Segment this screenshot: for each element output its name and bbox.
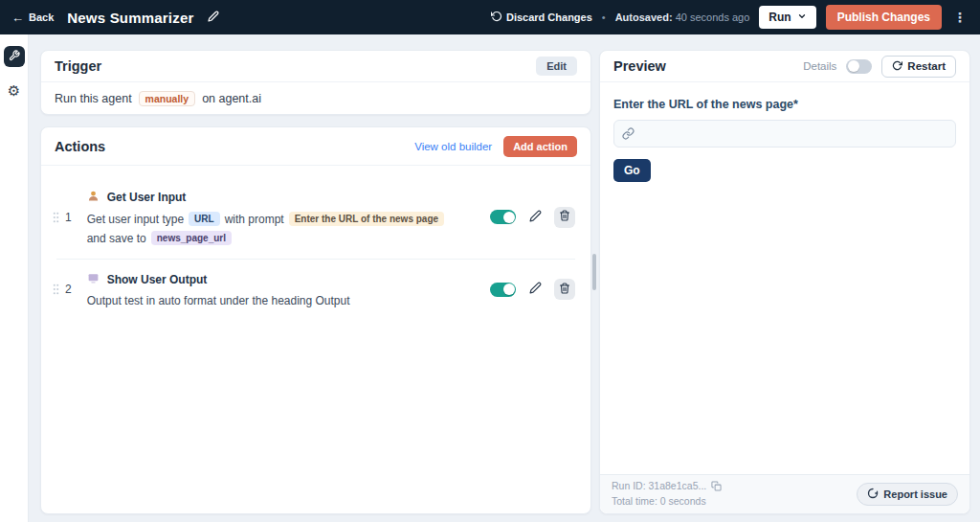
action-description: Output test in auto format under the hea…: [87, 294, 490, 307]
action-rows: 1 Get User Input Get user input type URL…: [41, 166, 590, 321]
url-field-label: Enter the URL of the news page*: [613, 98, 956, 111]
action-content: Get User Input Get user input type URL w…: [87, 189, 490, 245]
view-old-builder-link[interactable]: View old builder: [414, 141, 492, 152]
actions-title: Actions: [55, 139, 105, 154]
edit-action-button[interactable]: [524, 279, 546, 300]
back-button[interactable]: ← Back: [11, 11, 54, 24]
edit-action-button[interactable]: [524, 207, 546, 228]
trash-icon: [559, 283, 570, 297]
details-label: Details: [803, 60, 836, 72]
rename-agent-button[interactable]: [208, 11, 219, 25]
pencil-icon: [529, 282, 542, 297]
restart-label: Restart: [907, 60, 946, 72]
trigger-card: Trigger Edit Run this agent manually on …: [40, 50, 591, 115]
topbar: ← Back News Summarizer Discard Changes •…: [0, 0, 980, 34]
details-toggle[interactable]: [846, 59, 872, 74]
input-type-chip: URL: [189, 212, 220, 226]
builder-tab-button[interactable]: [4, 46, 25, 67]
action-row-show-user-output[interactable]: 2 Show User Output Output test in auto f…: [41, 260, 590, 321]
desc-text: Output test in auto format under the hea…: [87, 294, 350, 307]
autosaved-time: 40 seconds ago: [676, 11, 750, 23]
report-issue-button[interactable]: Report issue: [857, 483, 958, 506]
news-url-input[interactable]: [613, 120, 956, 148]
action-row-get-user-input[interactable]: 1 Get User Input Get user input type URL…: [41, 177, 590, 259]
back-arrow-icon: ←: [11, 11, 24, 24]
trigger-description: Run this agent manually on agent.ai: [41, 82, 590, 115]
preview-panel: Preview Details Restart Enter the URL of…: [599, 50, 970, 514]
variable-chip: news_page_url: [151, 231, 232, 245]
preview-header-controls: Details Restart: [803, 56, 956, 78]
action-content: Show User Output Output test in auto for…: [87, 271, 490, 307]
run-metadata: Run ID: 31a8e1ca5... Total time: 0 secon…: [612, 479, 722, 510]
autosaved-status: Autosaved: 40 seconds ago: [615, 11, 750, 23]
delete-action-button[interactable]: [554, 279, 575, 300]
total-time-text: Total time: 0 seconds: [612, 494, 722, 510]
action-title: Show User Output: [107, 273, 208, 286]
prompt-chip: Enter the URL of the news page: [289, 212, 444, 226]
settings-tab-button[interactable]: ⚙: [4, 80, 25, 102]
run-id-text: Run ID: 31a8e1ca5...: [612, 479, 706, 494]
discard-changes-button[interactable]: Discard Changes: [491, 11, 592, 24]
trigger-title: Trigger: [55, 58, 101, 74]
user-output-icon: [87, 271, 100, 288]
trigger-card-header: Trigger Edit: [41, 51, 590, 82]
wrench-icon: [9, 50, 20, 64]
separator-dot: •: [602, 11, 606, 23]
toggle-knob: [848, 60, 859, 72]
action-index: 2: [65, 283, 72, 296]
desc-text: and save to: [87, 232, 146, 245]
edit-trigger-button[interactable]: Edit: [536, 57, 577, 76]
url-input-wrap: [613, 120, 956, 148]
row-grip: 1: [53, 211, 72, 224]
desc-text: with prompt: [225, 213, 284, 226]
toggle-knob: [503, 212, 515, 223]
action-title-line: Show User Output: [87, 271, 490, 288]
actions-header-controls: View old builder Add action: [414, 136, 577, 157]
preview-body: Enter the URL of the news page* Go: [600, 82, 969, 474]
go-button[interactable]: Go: [613, 159, 651, 182]
gear-icon: ⚙: [8, 84, 20, 99]
topbar-right: Discard Changes • Autosaved: 40 seconds …: [491, 5, 969, 30]
drag-handle-icon[interactable]: [53, 284, 59, 295]
more-options-button[interactable]: ⋮: [951, 10, 969, 25]
pencil-icon: [529, 210, 542, 225]
lifebuoy-icon: [867, 488, 879, 501]
trigger-mode-badge: manually: [139, 91, 196, 106]
tool-rail: ⚙: [0, 34, 29, 522]
agent-builder-screen: ← Back News Summarizer Discard Changes •…: [0, 0, 980, 522]
chevron-down-icon: [797, 11, 807, 24]
preview-header: Preview Details Restart: [600, 51, 969, 82]
delete-action-button[interactable]: [554, 207, 575, 228]
action-enabled-toggle[interactable]: [490, 210, 516, 224]
autosaved-label: Autosaved:: [615, 11, 673, 23]
history-icon: [491, 11, 502, 24]
trash-icon: [559, 210, 570, 224]
action-title-line: Get User Input: [87, 189, 490, 206]
run-button[interactable]: Run: [759, 6, 815, 29]
agent-title: News Summarizer: [67, 10, 193, 26]
desc-text: Get user input type: [87, 213, 184, 226]
publish-changes-button[interactable]: Publish Changes: [826, 5, 942, 30]
discard-label: Discard Changes: [506, 11, 592, 23]
drag-handle-icon[interactable]: [53, 212, 59, 223]
actions-card: Actions View old builder Add action 1: [40, 126, 591, 514]
preview-title: Preview: [613, 58, 666, 74]
toggle-knob: [503, 284, 515, 295]
pencil-icon: [208, 11, 219, 25]
copy-run-id-button[interactable]: [711, 480, 722, 494]
topbar-left: ← Back News Summarizer: [11, 10, 219, 26]
trigger-text-after: on agent.ai: [202, 92, 261, 105]
trigger-text-before: Run this agent: [55, 92, 132, 105]
left-column-scrollbar[interactable]: [592, 254, 596, 290]
actions-card-header: Actions View old builder Add action: [41, 127, 590, 166]
run-label: Run: [768, 11, 791, 24]
action-title: Get User Input: [107, 191, 187, 204]
action-enabled-toggle[interactable]: [490, 283, 516, 297]
restart-button[interactable]: Restart: [881, 56, 956, 78]
action-description: Get user input type URL with prompt Ente…: [87, 212, 490, 245]
restart-icon: [892, 60, 902, 73]
action-controls: [490, 207, 575, 228]
add-action-button[interactable]: Add action: [503, 136, 577, 157]
report-issue-label: Report issue: [883, 488, 947, 500]
action-controls: [490, 279, 575, 300]
